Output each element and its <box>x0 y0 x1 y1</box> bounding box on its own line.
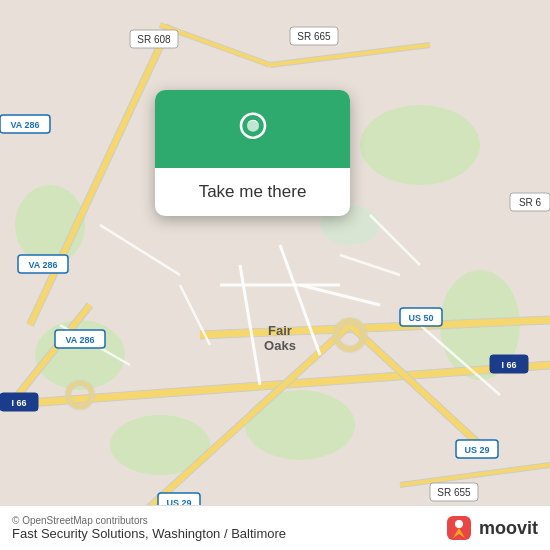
svg-text:SR 655: SR 655 <box>437 487 471 498</box>
svg-text:Fair: Fair <box>268 323 292 338</box>
moovit-logo: moovit <box>445 514 538 542</box>
svg-line-31 <box>370 215 420 265</box>
moovit-brand-text: moovit <box>479 518 538 539</box>
map-container: SR 608 SR 665 VA 286 VA 286 VA 286 I 66 … <box>0 0 550 550</box>
location-name: Fast Security Solutions, Washington / Ba… <box>12 526 286 541</box>
svg-line-24 <box>400 465 550 485</box>
popup-header <box>155 90 350 168</box>
svg-line-28 <box>300 285 380 305</box>
svg-text:SR 6: SR 6 <box>519 197 542 208</box>
svg-text:I 66: I 66 <box>501 360 516 370</box>
svg-point-70 <box>455 520 463 528</box>
svg-line-29 <box>180 285 210 345</box>
popup-action[interactable]: Take me there <box>155 168 350 216</box>
svg-line-22 <box>270 45 430 65</box>
moovit-icon <box>445 514 473 542</box>
bottom-bar: © OpenStreetMap contributors Fast Securi… <box>0 505 550 550</box>
svg-text:SR 665: SR 665 <box>297 31 331 42</box>
map-attribution: © OpenStreetMap contributors <box>12 515 286 526</box>
svg-text:US 50: US 50 <box>408 313 433 323</box>
svg-text:VA 286: VA 286 <box>10 120 39 130</box>
svg-text:US 29: US 29 <box>464 445 489 455</box>
svg-line-26 <box>240 265 260 385</box>
svg-line-30 <box>340 255 400 275</box>
svg-text:Oaks: Oaks <box>264 338 296 353</box>
location-popup: Take me there <box>155 90 350 216</box>
svg-point-0 <box>360 105 480 185</box>
svg-line-32 <box>100 225 180 275</box>
map-roads: SR 608 SR 665 VA 286 VA 286 VA 286 I 66 … <box>0 0 550 550</box>
svg-text:VA 286: VA 286 <box>65 335 94 345</box>
svg-line-8 <box>30 25 170 325</box>
svg-text:SR 608: SR 608 <box>137 34 171 45</box>
location-pin-icon <box>231 108 275 152</box>
svg-text:VA 286: VA 286 <box>28 260 57 270</box>
location-info: © OpenStreetMap contributors Fast Securi… <box>12 515 286 541</box>
pin-svg <box>235 112 271 148</box>
take-me-there-button[interactable]: Take me there <box>199 180 307 204</box>
svg-text:I 66: I 66 <box>11 398 26 408</box>
